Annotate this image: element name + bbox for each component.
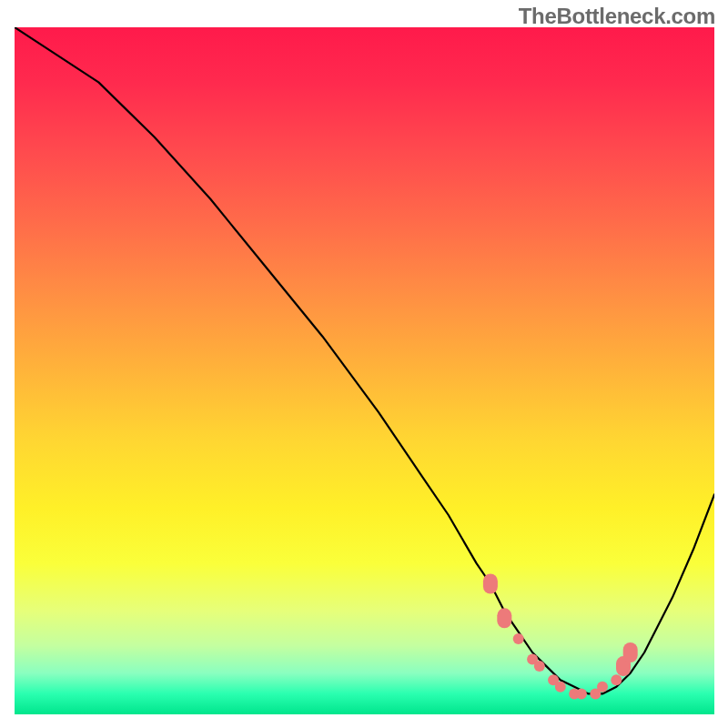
marker-point xyxy=(555,682,566,693)
plot-svg xyxy=(15,27,714,714)
marker-point xyxy=(576,688,587,699)
marker-point xyxy=(597,682,608,693)
marker-point xyxy=(534,661,545,672)
chart-container: TheBottleneck.com xyxy=(0,0,728,728)
marker-point xyxy=(497,608,511,628)
marker-point xyxy=(623,642,638,662)
attribution-label: TheBottleneck.com xyxy=(519,4,715,29)
bottleneck-curve xyxy=(15,27,714,693)
marker-point xyxy=(483,574,498,594)
plot-area xyxy=(15,27,714,714)
marker-point xyxy=(611,674,622,685)
marker-point xyxy=(513,633,524,644)
